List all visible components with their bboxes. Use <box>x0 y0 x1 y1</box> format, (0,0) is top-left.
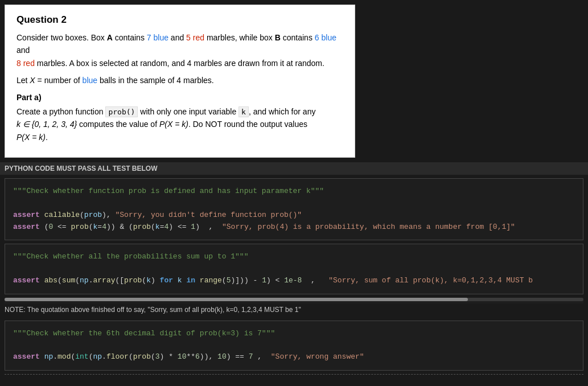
code-block-2: """Check whether all the probabilities s… <box>5 244 583 294</box>
code-block-3: """Check whether the 6th decimal digit o… <box>5 321 583 371</box>
box-b-label: B <box>275 33 281 42</box>
part-math2: P(X = k) <box>17 133 46 142</box>
para1-mid4: contains <box>281 33 315 42</box>
k-var-inline: k <box>239 106 249 117</box>
para1-mid2: and <box>168 33 186 42</box>
part-desc1: Create a python function <box>17 107 105 116</box>
question-paragraph2: Let X = number of blue balls in the samp… <box>17 74 343 87</box>
color1: blue <box>154 33 168 42</box>
para1-and: and <box>17 46 30 55</box>
section-header: PYTHON CODE MUST PASS ALL TEST BELOW <box>0 162 588 175</box>
part-a-description: Create a python function prob() with onl… <box>17 105 343 144</box>
color3: blue <box>322 33 336 42</box>
para1-end: marbles. A box is selected at random, an… <box>35 59 324 68</box>
docstring-2: """Check whether all the probabilities s… <box>13 252 248 261</box>
code-block-1: """Check whether function prob is define… <box>5 178 583 240</box>
num1: 7 <box>147 33 151 42</box>
note-text: NOTE: The quotation above finished off t… <box>0 303 588 317</box>
question-title: Question 2 <box>17 14 343 26</box>
scrollbar-container-2 <box>5 298 583 303</box>
scrollbar-thumb-2[interactable] <box>5 298 468 301</box>
prob-func-inline: prob() <box>105 106 138 117</box>
color4: red <box>23 59 35 68</box>
num3: 6 <box>315 33 319 42</box>
part-desc4: computes the value of <box>77 120 159 129</box>
part-math: k ∈ {0, 1, 2, 3, 4} <box>17 120 77 129</box>
para2-let: Let <box>17 76 30 85</box>
part-desc2: with only one input variable <box>138 107 239 116</box>
color2: red <box>193 33 204 42</box>
part-a-label: Part a) <box>17 93 343 102</box>
docstring-1: """Check whether function prob is define… <box>13 187 324 195</box>
para1-mid3: marbles, while box <box>204 33 275 42</box>
part-PXk: P(X = k) <box>159 120 188 129</box>
box-a-label: A <box>107 33 113 42</box>
para2-blue: blue <box>83 76 97 85</box>
part-desc5: . Do NOT round the output values <box>188 120 307 129</box>
divider-line <box>5 374 583 375</box>
part-desc6: . <box>46 133 48 142</box>
para1-pre: Consider two boxes. Box <box>17 33 107 42</box>
para2-end: balls in the sample of 4 marbles. <box>97 76 214 85</box>
part-desc3: , and which for any <box>249 107 316 116</box>
docstring-3: """Check whether the 6th decimal digit o… <box>13 329 275 338</box>
para2-X: X <box>30 76 35 85</box>
scrollbar-track-2[interactable] <box>5 298 583 301</box>
question-box: Question 2 Consider two boxes. Box A con… <box>5 5 355 158</box>
para2-equals: = number of <box>35 76 83 85</box>
para1-mid1: contains <box>113 33 147 42</box>
num4: 8 <box>17 59 21 68</box>
question-paragraph1: Consider two boxes. Box A contains 7 blu… <box>17 31 343 69</box>
num2: 5 <box>186 33 191 42</box>
